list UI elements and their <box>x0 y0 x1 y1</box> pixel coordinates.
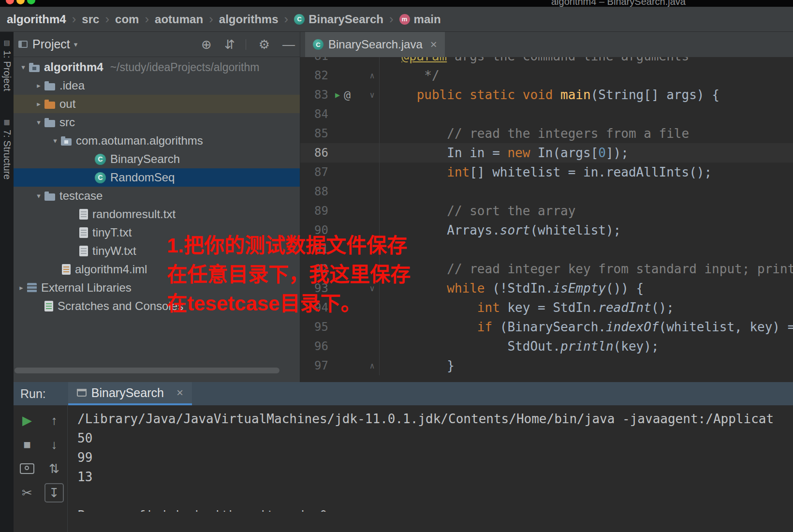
settings-icon[interactable]: ⚙ <box>259 38 270 51</box>
minimize-window-button[interactable] <box>16 0 25 4</box>
screenshot-icon[interactable] <box>17 459 37 478</box>
code-line-84[interactable]: 84 <box>300 104 793 124</box>
tree-item-binarysearch[interactable]: CBinarySearch <box>14 150 300 168</box>
scroll-to-end-icon[interactable]: ↧ <box>44 483 64 502</box>
fold-gutter <box>365 201 380 221</box>
code-token: indexOf <box>606 320 659 334</box>
stop-icon[interactable]: ■ <box>17 435 37 454</box>
code-line-89[interactable]: 89 // sort the array <box>300 201 793 221</box>
code-line-86[interactable]: 86 In in = new In(args[0]); <box>300 143 793 163</box>
code-line-95[interactable]: 95 if (BinarySearch.indexOf(whitelist, k… <box>300 317 793 337</box>
expand-arrow-icon[interactable]: ▸ <box>33 81 44 90</box>
run-line-icon[interactable]: ▶ <box>335 85 340 104</box>
code-text <box>380 182 386 201</box>
tree-item-algorithm4[interactable]: ▾algorithm4~/study/ideaProjects/algorith… <box>14 58 300 76</box>
gutter-icons <box>330 57 365 66</box>
code-editor[interactable]: 81* @param args the command line argumen… <box>300 57 793 382</box>
code-token: // read the integers from a file <box>447 126 689 141</box>
tree-item-idea[interactable]: ▸.idea <box>14 76 300 95</box>
expand-arrow-icon[interactable]: ▾ <box>33 192 44 200</box>
line-number: 97 <box>300 356 330 375</box>
code-line-87[interactable]: 87 int[] whitelist = in.readAllInts(); <box>300 163 793 182</box>
breadcrumb-label: main <box>414 13 441 26</box>
navigate-up-icon[interactable]: ↑ <box>44 411 64 430</box>
expand-arrow-icon[interactable]: ▾ <box>33 118 44 127</box>
text-file-icon <box>79 246 88 256</box>
line-number: 84 <box>300 104 330 124</box>
tree-item-src[interactable]: ▾src <box>14 113 300 132</box>
gutter-icons <box>330 163 365 182</box>
expand-arrow-icon[interactable]: ▸ <box>15 283 27 292</box>
breadcrumb-item-main[interactable]: mmain <box>397 13 443 26</box>
fold-gutter <box>365 163 380 182</box>
code-token: (String[] args) { <box>591 88 720 102</box>
expand-arrow-icon[interactable]: ▸ <box>33 100 44 108</box>
locate-icon[interactable]: ⊕ <box>201 38 212 51</box>
navigate-down-icon[interactable]: ↓ <box>44 435 64 454</box>
fold-gutter <box>365 143 380 163</box>
code-text: while (!StdIn.isEmpty()) { <box>380 279 644 298</box>
breadcrumb-item-aotuman[interactable]: aotuman <box>153 13 205 26</box>
code-text: // read integer key from standard input;… <box>380 259 793 279</box>
expand-arrow-icon[interactable]: ▾ <box>17 63 29 72</box>
code-text <box>380 104 386 124</box>
code-token: In in = <box>386 146 507 160</box>
breadcrumb-item-algorithms[interactable]: algorithms <box>217 13 280 26</box>
breadcrumb-item-com[interactable]: com <box>113 13 141 26</box>
console-clip-mask <box>68 512 793 532</box>
rerun-icon[interactable]: ▶ <box>17 411 37 430</box>
code-token: */ <box>386 68 440 83</box>
breadcrumb-label: aotuman <box>155 13 203 26</box>
chevron-down-icon[interactable]: ▾ <box>74 40 78 49</box>
hide-icon[interactable]: — <box>282 38 295 51</box>
tool-window-button-project[interactable]: ▤ 1: Project <box>0 39 14 91</box>
code-token: isEmpty <box>553 281 606 296</box>
code-line-97[interactable]: 97∧ } <box>300 356 793 375</box>
tree-item-out[interactable]: ▸out <box>14 95 300 113</box>
horizontal-scrollbar[interactable] <box>15 368 279 373</box>
code-line-96[interactable]: 96 StdOut.println(key); <box>300 337 793 356</box>
run-tab-binarysearch[interactable]: BinarySearch × <box>68 382 192 405</box>
console-line <box>77 487 793 506</box>
annotation-line: 在tesetcase目录下。 <box>167 289 411 318</box>
code-line-88[interactable]: 88 <box>300 182 793 201</box>
code-line-81[interactable]: 81* @param args the command line argumen… <box>300 57 793 66</box>
tool-window-button-structure[interactable]: ▦ 7: Structure <box>0 118 14 179</box>
tree-item-label: .idea <box>59 79 85 92</box>
close-run-tab-icon[interactable]: × <box>176 386 183 399</box>
code-line-85[interactable]: 85 // read the integers from a file <box>300 124 793 143</box>
close-tab-icon[interactable]: × <box>430 38 437 51</box>
code-line-82[interactable]: 82∧ */ <box>300 66 793 85</box>
clear-icon[interactable]: ✂ <box>17 483 37 502</box>
editor-tab-bar: C BinarySearch.java × <box>300 32 793 57</box>
annotation-line: 在任意目录下，我这里保存 <box>167 260 411 289</box>
window-title: algorithm4 – BinarySearch.java <box>551 0 686 7</box>
code-text: } <box>380 356 455 375</box>
editor-tab-binarysearch[interactable]: C BinarySearch.java × <box>305 32 445 57</box>
close-window-button[interactable] <box>6 0 14 4</box>
code-token <box>386 88 417 102</box>
fold-marker-icon[interactable]: ∧ <box>365 356 380 375</box>
project-panel-title[interactable]: Project <box>32 37 70 51</box>
folder-icon <box>44 193 55 201</box>
tree-item-label: BinarySearch <box>110 152 180 166</box>
breadcrumb-label: algorithms <box>219 13 279 26</box>
code-text: In in = new In(args[0]); <box>380 143 629 163</box>
code-line-83[interactable]: 83▶@∨ public static void main(String[] a… <box>300 85 793 104</box>
fold-marker-icon[interactable]: ∨ <box>365 85 380 104</box>
tree-item-randomseq[interactable]: CRandomSeq <box>14 168 300 187</box>
tree-item-testcase[interactable]: ▾testcase <box>14 187 300 205</box>
tree-item-randomresult-txt[interactable]: randomresult.txt <box>14 205 300 223</box>
expand-arrow-icon[interactable]: ▾ <box>49 136 61 145</box>
gutter-icons <box>330 201 365 221</box>
breadcrumb-item-src[interactable]: src <box>80 13 101 26</box>
fold-marker-icon[interactable]: ∧ <box>365 66 380 85</box>
zoom-window-button[interactable] <box>27 0 35 4</box>
breadcrumb-item-binarysearch[interactable]: CBinarySearch <box>292 13 385 26</box>
collapse-all-icon[interactable]: ⇵ <box>224 38 235 51</box>
restore-layout-icon[interactable]: ⇅ <box>44 459 64 478</box>
code-token: (whitelist); <box>530 223 621 237</box>
tree-item-com-aotuman-algorithms[interactable]: ▾com.aotuman.algorithms <box>14 132 300 150</box>
breadcrumb-item-algorithm4[interactable]: algorithm4 <box>5 13 68 26</box>
breadcrumb: algorithm4›src›com›aotuman›algorithms›CB… <box>0 7 793 32</box>
